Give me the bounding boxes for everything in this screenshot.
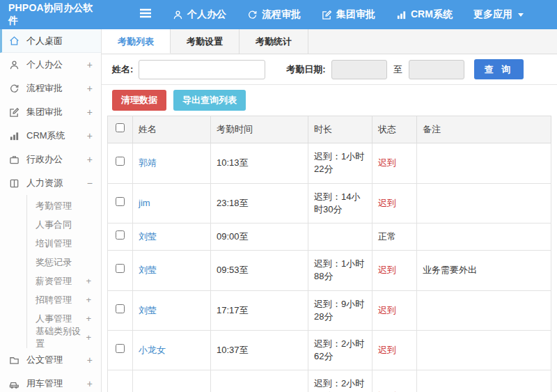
table-row: 郭靖 10:13至 迟到：1小时22分 迟到 [108,143,551,183]
sidebar-subitem-salary-management[interactable]: 薪资管理 + [27,272,101,290]
tab-attendance-settings[interactable]: 考勤设置 [171,29,240,54]
topnav-label: 更多应用 [473,8,512,21]
collapse-indicator: − [87,178,93,189]
topnav-personal-office[interactable]: 个人办公 [173,8,226,21]
tab-attendance-statistics[interactable]: 考勤统计 [240,29,308,54]
sidebar-subitem-label: 基础类别设置 [36,325,86,350]
briefcase-icon [9,155,20,165]
employee-name-link[interactable]: jim [139,198,150,208]
status-badge: 迟到 [372,330,417,370]
duration-text [308,223,372,250]
sidebar-item-vehicle-management[interactable]: 用车管理 + [0,372,101,392]
topnav-label: 个人办公 [187,8,226,21]
sidebar-item-label: 行政办公 [26,153,63,166]
attendance-time: 10:13至 [211,143,308,183]
chart-icon [9,131,20,141]
table-row: 管理员 10:54至10:54 迟到：2小时90分 早退：7小时10分 迟到/早… [108,370,551,392]
date-to-input[interactable] [409,60,464,79]
employee-name-link[interactable]: 小龙女 [139,345,166,355]
topnav-more-apps[interactable]: 更多应用 [473,8,524,21]
status-badge: 迟到 [372,290,417,330]
sidebar-subitem-basic-category-settings[interactable]: 基础类别设置 + [27,328,101,347]
attendance-time: 17:17至 [211,290,308,330]
sidebar-item-label: 用车管理 [26,377,63,390]
row-checkbox[interactable] [116,230,125,240]
expand-indicator: + [87,107,93,118]
book-icon [9,178,20,189]
search-button[interactable]: 查 询 [474,59,524,79]
sidebar-item-human-resources[interactable]: 人力资源 − [0,171,101,195]
expand-indicator: + [86,295,91,305]
duration-text: 迟到：14小时30分 [308,183,372,223]
row-checkbox[interactable] [116,197,125,206]
main-content: 考勤列表 考勤设置 考勤统计 姓名: 考勤日期: 至 查 询 清理数据 导出查询… [102,29,557,392]
topnav-workflow-approval[interactable]: 流程审批 [247,8,301,21]
note-text [417,183,551,223]
sidebar-subitem-label: 招聘管理 [36,294,72,306]
date-from-input[interactable] [331,60,387,79]
sidebar-item-workflow-approval[interactable]: 流程审批 + [0,77,101,100]
employee-name-link[interactable]: 刘莹 [139,265,157,275]
sidebar-subitem-label: 薪资管理 [36,275,72,288]
sidebar-subitem-label: 人事合同 [36,219,72,231]
sidebar-item-crm-system[interactable]: CRM系统 + [0,124,101,148]
sidebar-subitem-recruitment-management[interactable]: 招聘管理 + [27,290,101,309]
select-all-checkbox[interactable] [116,123,125,132]
employee-name-link[interactable]: 郭靖 [139,157,157,168]
expand-indicator: + [87,154,93,165]
expand-indicator: + [86,313,91,324]
sidebar-subitem-label: 考勤管理 [36,200,72,212]
flow-icon [247,10,258,20]
attendance-time: 23:18至 [211,183,308,223]
sidebar-item-administrative-office[interactable]: 行政办公 + [0,148,101,171]
name-label: 姓名: [112,63,133,76]
attendance-time: 09:00至 [211,223,308,250]
employee-name-link[interactable]: 刘莹 [139,305,157,315]
topnav-crm-system[interactable]: CRM系统 [396,8,453,21]
sidebar-item-group-approval[interactable]: 集团审批 + [0,100,101,124]
sidebar-item-label: CRM系统 [26,130,65,142]
hamburger-icon [139,8,152,21]
col-header-time: 考勤时间 [211,116,308,143]
topnav-label: CRM系统 [411,8,453,21]
employee-name-link[interactable]: 刘莹 [139,231,157,242]
duration-text: 迟到：1小时88分 [308,251,372,290]
action-button-bar: 清理数据 导出查询列表 [102,85,557,116]
export-list-button[interactable]: 导出查询列表 [173,90,246,111]
top-bar: PHPOA协同办公软件 个人办公 流程审批 集团审批 [0,0,557,29]
sidebar-subitem-label: 人事管理 [36,313,72,325]
status-badge: 迟到 [372,183,417,223]
sidebar-subitem-label: 奖惩记录 [36,256,72,269]
caret-down-icon [518,13,524,17]
sidebar-subitem-personnel-contract[interactable]: 人事合同 [27,215,101,234]
menu-toggle-button[interactable] [139,8,152,21]
clean-data-button[interactable]: 清理数据 [112,90,166,111]
status-badge: 迟到 [372,251,417,290]
note-text [417,223,551,250]
top-navigation: 个人办公 流程审批 集团审批 CRM系统 更多应用 [173,8,524,21]
topnav-group-approval[interactable]: 集团审批 [322,8,375,21]
sidebar-item-document-management[interactable]: 公文管理 + [0,348,101,372]
expand-indicator: + [87,59,93,70]
sidebar-subitem-reward-punishment-records[interactable]: 奖惩记录 [27,253,101,272]
sidebar-subitem-attendance-management[interactable]: 考勤管理 [27,196,101,215]
sidebar-item-label: 人力资源 [26,177,63,189]
table-row: 小龙女 10:37至 迟到：2小时62分 迟到 [108,330,551,370]
row-checkbox[interactable] [116,304,125,313]
sidebar-item-label: 流程审批 [26,82,63,95]
name-input[interactable] [139,60,265,79]
row-checkbox[interactable] [116,157,125,166]
sidebar-item-personal-office[interactable]: 个人办公 + [0,53,101,77]
sidebar-item-personal-desktop[interactable]: 个人桌面 [0,29,101,53]
expand-indicator: + [86,332,91,343]
table-header-row: 姓名 考勤时间 时长 状态 备注 [108,116,551,143]
attendance-date-label: 考勤日期: [286,63,325,76]
tab-attendance-list[interactable]: 考勤列表 [102,29,171,54]
row-checkbox[interactable] [116,344,125,353]
car-icon [9,379,20,389]
sidebar-subitem-training-management[interactable]: 培训管理 [27,234,101,253]
home-icon [9,36,20,46]
row-checkbox[interactable] [116,264,125,273]
status-badge: 迟到 [372,143,417,183]
duration-text: 迟到：1小时22分 [308,143,372,183]
